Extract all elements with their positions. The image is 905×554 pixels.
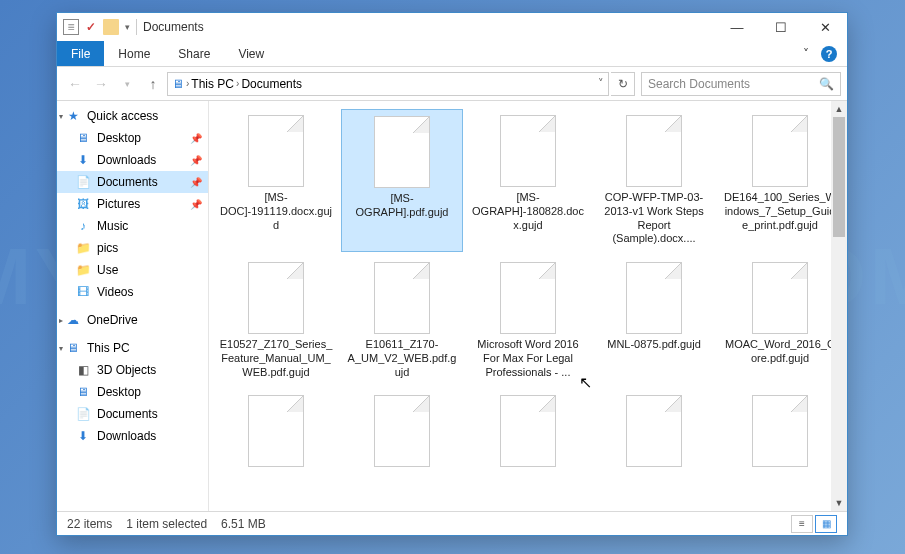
file-icon bbox=[248, 395, 304, 467]
sidebar-item-label: 3D Objects bbox=[97, 363, 156, 377]
close-button[interactable]: ✕ bbox=[803, 13, 847, 41]
sidebar-item-label: Use bbox=[97, 263, 118, 277]
titlebar: ≡ ✓ ▾ Documents — ☐ ✕ bbox=[57, 13, 847, 41]
chevron-down-icon[interactable]: ▾ bbox=[59, 112, 63, 121]
folder-icon: 📁 bbox=[75, 262, 91, 278]
sidebar-item[interactable]: 🎞Videos bbox=[57, 281, 208, 303]
scrollbar-thumb[interactable] bbox=[833, 117, 845, 237]
search-input[interactable]: Search Documents 🔍 bbox=[641, 72, 841, 96]
sidebar-item[interactable]: ⬇Downloads📌 bbox=[57, 149, 208, 171]
file-item[interactable]: MOAC_Word_2016_Core.pdf.gujd bbox=[719, 256, 841, 385]
sidebar-item[interactable]: 📄Documents bbox=[57, 403, 208, 425]
file-icon bbox=[626, 262, 682, 334]
sidebar-label: This PC bbox=[87, 341, 130, 355]
tab-share[interactable]: Share bbox=[164, 41, 224, 66]
file-item[interactable] bbox=[719, 389, 841, 477]
file-icon bbox=[626, 115, 682, 187]
file-item[interactable]: E10527_Z170_Series_Feature_Manual_UM_WEB… bbox=[215, 256, 337, 385]
view-icons-button[interactable]: ▦ bbox=[815, 515, 837, 533]
file-item[interactable]: [MS-DOC]-191119.docx.gujd bbox=[215, 109, 337, 252]
file-item[interactable]: Microsoft Word 2016 For Max For Legal Pr… bbox=[467, 256, 589, 385]
refresh-button[interactable]: ↻ bbox=[611, 72, 635, 96]
star-icon: ★ bbox=[65, 108, 81, 124]
file-item[interactable]: [MS-OGRAPH].pdf.gujd bbox=[341, 109, 463, 252]
sidebar-label: Quick access bbox=[87, 109, 158, 123]
file-list-area: [MS-DOC]-191119.docx.gujd[MS-OGRAPH].pdf… bbox=[209, 101, 847, 511]
sidebar-item-label: pics bbox=[97, 241, 118, 255]
tab-home[interactable]: Home bbox=[104, 41, 164, 66]
file-name: E10611_Z170-A_UM_V2_WEB.pdf.gujd bbox=[345, 338, 459, 379]
file-name: E10527_Z170_Series_Feature_Manual_UM_WEB… bbox=[219, 338, 333, 379]
file-item[interactable] bbox=[593, 389, 715, 477]
file-item[interactable] bbox=[215, 389, 337, 477]
chevron-right-icon: › bbox=[236, 78, 239, 89]
forward-button[interactable]: → bbox=[89, 72, 113, 96]
file-tab[interactable]: File bbox=[57, 41, 104, 66]
sidebar-item[interactable]: ♪Music bbox=[57, 215, 208, 237]
chevron-down-icon[interactable]: ▾ bbox=[59, 344, 63, 353]
qat-check-icon[interactable]: ✓ bbox=[83, 19, 99, 35]
sidebar-this-pc[interactable]: ▾ 🖥 This PC bbox=[57, 337, 208, 359]
scroll-down-button[interactable]: ▼ bbox=[831, 495, 847, 511]
pin-icon: 📌 bbox=[190, 177, 202, 188]
file-icon bbox=[626, 395, 682, 467]
ribbon-expand-button[interactable]: ˅ bbox=[803, 47, 809, 61]
sidebar-item-label: Downloads bbox=[97, 429, 156, 443]
chevron-right-icon[interactable]: ▸ bbox=[59, 316, 63, 325]
file-icon bbox=[752, 262, 808, 334]
breadcrumb[interactable]: 🖥 › This PC › Documents ˅ bbox=[167, 72, 609, 96]
folder-icon: ⬇ bbox=[75, 428, 91, 444]
sidebar-item[interactable]: 📁Use bbox=[57, 259, 208, 281]
status-size: 6.51 MB bbox=[221, 517, 266, 531]
status-bar: 22 items 1 item selected 6.51 MB ≡ ▦ bbox=[57, 511, 847, 535]
sidebar-item[interactable]: 📄Documents📌 bbox=[57, 171, 208, 193]
ribbon: File Home Share View ˅ ? bbox=[57, 41, 847, 67]
file-item[interactable]: [MS-OGRAPH]-180828.docx.gujd bbox=[467, 109, 589, 252]
file-icon bbox=[248, 262, 304, 334]
file-item[interactable] bbox=[341, 389, 463, 477]
breadcrumb-segment[interactable]: Documents bbox=[241, 77, 302, 91]
pc-icon: 🖥 bbox=[65, 340, 81, 356]
qat-properties-icon[interactable]: ≡ bbox=[63, 19, 79, 35]
sidebar-quick-access[interactable]: ▾ ★ Quick access bbox=[57, 105, 208, 127]
folder-icon: ◧ bbox=[75, 362, 91, 378]
sidebar-item[interactable]: ◧3D Objects bbox=[57, 359, 208, 381]
file-item[interactable]: MNL-0875.pdf.gujd bbox=[593, 256, 715, 385]
search-placeholder: Search Documents bbox=[648, 77, 750, 91]
folder-icon: 🖥 bbox=[75, 384, 91, 400]
tab-view[interactable]: View bbox=[224, 41, 278, 66]
sidebar-item-label: Documents bbox=[97, 175, 158, 189]
file-item[interactable]: COP-WFP-TMP-03-2013-v1 Work Steps Report… bbox=[593, 109, 715, 252]
sidebar-onedrive[interactable]: ▸ ☁ OneDrive bbox=[57, 309, 208, 331]
sidebar-item[interactable]: 🖥Desktop📌 bbox=[57, 127, 208, 149]
file-item[interactable] bbox=[467, 389, 589, 477]
file-item[interactable]: DE164_100_Series_Windows_7_Setup_Guide_p… bbox=[719, 109, 841, 252]
back-button[interactable]: ← bbox=[63, 72, 87, 96]
file-name: [MS-OGRAPH].pdf.gujd bbox=[346, 192, 458, 220]
file-name: MNL-0875.pdf.gujd bbox=[607, 338, 701, 352]
sidebar-item[interactable]: 🖼Pictures📌 bbox=[57, 193, 208, 215]
help-icon[interactable]: ? bbox=[821, 46, 837, 62]
minimize-button[interactable]: — bbox=[715, 13, 759, 41]
sidebar-item[interactable]: 🖥Desktop bbox=[57, 381, 208, 403]
status-selection: 1 item selected bbox=[126, 517, 207, 531]
breadcrumb-root-icon: 🖥 bbox=[172, 77, 184, 91]
file-item[interactable]: E10611_Z170-A_UM_V2_WEB.pdf.gujd bbox=[341, 256, 463, 385]
breadcrumb-segment[interactable]: This PC bbox=[191, 77, 234, 91]
view-details-button[interactable]: ≡ bbox=[791, 515, 813, 533]
folder-icon: 📁 bbox=[75, 240, 91, 256]
cloud-icon: ☁ bbox=[65, 312, 81, 328]
recent-locations-button[interactable]: ▾ bbox=[115, 72, 139, 96]
maximize-button[interactable]: ☐ bbox=[759, 13, 803, 41]
vertical-scrollbar[interactable]: ▲ ▼ bbox=[831, 101, 847, 511]
qat-dropdown-icon[interactable]: ▾ bbox=[125, 22, 130, 32]
sidebar-item[interactable]: ⬇Downloads bbox=[57, 425, 208, 447]
explorer-window: ≡ ✓ ▾ Documents — ☐ ✕ File Home Share Vi… bbox=[56, 12, 848, 536]
up-button[interactable]: ↑ bbox=[141, 72, 165, 96]
breadcrumb-dropdown-icon[interactable]: ˅ bbox=[598, 77, 604, 90]
folder-icon: 📄 bbox=[75, 174, 91, 190]
sidebar-item[interactable]: 📁pics bbox=[57, 237, 208, 259]
window-title: Documents bbox=[143, 20, 204, 34]
scroll-up-button[interactable]: ▲ bbox=[831, 101, 847, 117]
folder-icon: ⬇ bbox=[75, 152, 91, 168]
